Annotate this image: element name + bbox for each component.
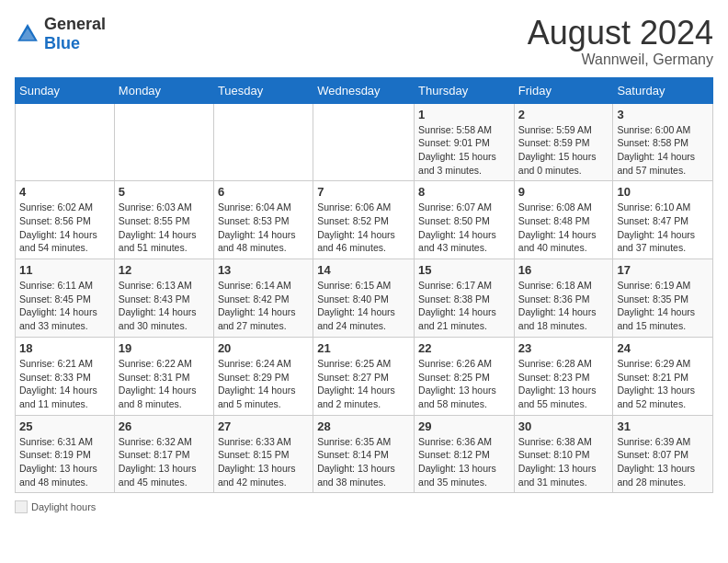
day-info: Sunrise: 6:10 AM Sunset: 8:47 PM Dayligh… bbox=[617, 201, 709, 255]
title-block: August 2024 Wannweil, Germany bbox=[528, 15, 713, 68]
day-number: 12 bbox=[119, 263, 210, 277]
calendar-cell: 14Sunrise: 6:15 AM Sunset: 8:40 PM Dayli… bbox=[313, 259, 415, 338]
calendar-cell bbox=[114, 103, 213, 181]
calendar-cell: 30Sunrise: 6:38 AM Sunset: 8:10 PM Dayli… bbox=[514, 415, 613, 493]
day-info: Sunrise: 6:32 AM Sunset: 8:17 PM Dayligh… bbox=[119, 435, 210, 489]
calendar-cell: 10Sunrise: 6:10 AM Sunset: 8:47 PM Dayli… bbox=[613, 181, 713, 259]
weekday-header-cell: Saturday bbox=[613, 77, 713, 103]
day-info: Sunrise: 6:22 AM Sunset: 8:31 PM Dayligh… bbox=[119, 357, 210, 411]
calendar-week-row: 18Sunrise: 6:21 AM Sunset: 8:33 PM Dayli… bbox=[16, 337, 713, 415]
day-number: 16 bbox=[518, 263, 609, 277]
calendar-cell: 6Sunrise: 6:04 AM Sunset: 8:53 PM Daylig… bbox=[213, 181, 313, 259]
calendar-cell: 19Sunrise: 6:22 AM Sunset: 8:31 PM Dayli… bbox=[114, 337, 213, 415]
calendar-cell: 12Sunrise: 6:13 AM Sunset: 8:43 PM Dayli… bbox=[114, 259, 213, 338]
calendar-cell: 25Sunrise: 6:31 AM Sunset: 8:19 PM Dayli… bbox=[16, 415, 115, 493]
calendar-cell bbox=[213, 103, 313, 181]
weekday-header-cell: Wednesday bbox=[313, 77, 415, 103]
day-info: Sunrise: 6:17 AM Sunset: 8:38 PM Dayligh… bbox=[418, 279, 510, 333]
day-info: Sunrise: 6:13 AM Sunset: 8:43 PM Dayligh… bbox=[119, 279, 210, 333]
calendar-cell: 1Sunrise: 5:58 AM Sunset: 9:01 PM Daylig… bbox=[415, 103, 515, 181]
day-number: 29 bbox=[418, 419, 510, 433]
day-number: 11 bbox=[19, 263, 110, 277]
calendar-cell: 23Sunrise: 6:28 AM Sunset: 8:23 PM Dayli… bbox=[514, 337, 613, 415]
day-info: Sunrise: 6:24 AM Sunset: 8:29 PM Dayligh… bbox=[218, 357, 309, 411]
day-number: 17 bbox=[617, 263, 709, 277]
calendar-cell: 21Sunrise: 6:25 AM Sunset: 8:27 PM Dayli… bbox=[313, 337, 415, 415]
calendar-body: 1Sunrise: 5:58 AM Sunset: 9:01 PM Daylig… bbox=[16, 103, 713, 493]
day-number: 18 bbox=[19, 341, 110, 355]
calendar-cell: 29Sunrise: 6:36 AM Sunset: 8:12 PM Dayli… bbox=[415, 415, 515, 493]
day-info: Sunrise: 6:03 AM Sunset: 8:55 PM Dayligh… bbox=[119, 201, 210, 255]
day-number: 7 bbox=[317, 185, 410, 199]
day-info: Sunrise: 6:25 AM Sunset: 8:27 PM Dayligh… bbox=[317, 357, 410, 411]
calendar-cell bbox=[313, 103, 415, 181]
calendar-cell: 22Sunrise: 6:26 AM Sunset: 8:25 PM Dayli… bbox=[415, 337, 515, 415]
day-info: Sunrise: 5:58 AM Sunset: 9:01 PM Dayligh… bbox=[418, 123, 510, 178]
day-info: Sunrise: 6:28 AM Sunset: 8:23 PM Dayligh… bbox=[518, 357, 609, 411]
calendar-cell: 31Sunrise: 6:39 AM Sunset: 8:07 PM Dayli… bbox=[613, 415, 713, 493]
day-info: Sunrise: 6:15 AM Sunset: 8:40 PM Dayligh… bbox=[317, 279, 410, 333]
day-info: Sunrise: 6:11 AM Sunset: 8:45 PM Dayligh… bbox=[19, 279, 110, 333]
day-info: Sunrise: 6:00 AM Sunset: 8:58 PM Dayligh… bbox=[617, 123, 709, 178]
calendar-week-row: 25Sunrise: 6:31 AM Sunset: 8:19 PM Dayli… bbox=[16, 415, 713, 493]
day-info: Sunrise: 6:21 AM Sunset: 8:33 PM Dayligh… bbox=[19, 357, 110, 411]
calendar-cell bbox=[16, 103, 115, 181]
day-info: Sunrise: 6:35 AM Sunset: 8:14 PM Dayligh… bbox=[317, 435, 410, 489]
day-number: 23 bbox=[518, 341, 609, 355]
day-number: 5 bbox=[119, 185, 210, 199]
weekday-header-cell: Tuesday bbox=[213, 77, 313, 103]
day-info: Sunrise: 6:39 AM Sunset: 8:07 PM Dayligh… bbox=[617, 435, 709, 489]
calendar-week-row: 1Sunrise: 5:58 AM Sunset: 9:01 PM Daylig… bbox=[16, 103, 713, 181]
weekday-header-cell: Monday bbox=[114, 77, 213, 103]
logo: General Blue bbox=[15, 15, 106, 53]
day-number: 26 bbox=[119, 419, 210, 433]
day-info: Sunrise: 6:14 AM Sunset: 8:42 PM Dayligh… bbox=[218, 279, 309, 333]
calendar-cell: 3Sunrise: 6:00 AM Sunset: 8:58 PM Daylig… bbox=[613, 103, 713, 181]
day-info: Sunrise: 6:02 AM Sunset: 8:56 PM Dayligh… bbox=[19, 201, 110, 255]
month-title: August 2024 bbox=[528, 15, 713, 52]
calendar-cell: 16Sunrise: 6:18 AM Sunset: 8:36 PM Dayli… bbox=[514, 259, 613, 338]
legend-label: Daylight hours bbox=[31, 501, 96, 512]
calendar-table: SundayMondayTuesdayWednesdayThursdayFrid… bbox=[15, 77, 713, 494]
calendar-cell: 9Sunrise: 6:08 AM Sunset: 8:48 PM Daylig… bbox=[514, 181, 613, 259]
calendar-cell: 13Sunrise: 6:14 AM Sunset: 8:42 PM Dayli… bbox=[213, 259, 313, 338]
day-number: 8 bbox=[418, 185, 510, 199]
weekday-header-cell: Sunday bbox=[16, 77, 115, 103]
calendar-cell: 18Sunrise: 6:21 AM Sunset: 8:33 PM Dayli… bbox=[16, 337, 115, 415]
day-number: 9 bbox=[518, 185, 609, 199]
footer-legend: Daylight hours bbox=[15, 500, 96, 513]
location-title: Wannweil, Germany bbox=[528, 52, 713, 68]
day-info: Sunrise: 6:07 AM Sunset: 8:50 PM Dayligh… bbox=[418, 201, 510, 255]
day-info: Sunrise: 6:06 AM Sunset: 8:52 PM Dayligh… bbox=[317, 201, 410, 255]
day-info: Sunrise: 6:04 AM Sunset: 8:53 PM Dayligh… bbox=[218, 201, 309, 255]
day-info: Sunrise: 6:26 AM Sunset: 8:25 PM Dayligh… bbox=[418, 357, 510, 411]
logo-blue: Blue bbox=[44, 34, 80, 52]
day-info: Sunrise: 6:38 AM Sunset: 8:10 PM Dayligh… bbox=[518, 435, 609, 489]
day-number: 24 bbox=[617, 341, 709, 355]
weekday-header-cell: Friday bbox=[514, 77, 613, 103]
day-info: Sunrise: 6:33 AM Sunset: 8:15 PM Dayligh… bbox=[218, 435, 309, 489]
calendar-cell: 2Sunrise: 5:59 AM Sunset: 8:59 PM Daylig… bbox=[514, 103, 613, 181]
weekday-header-cell: Thursday bbox=[415, 77, 515, 103]
day-info: Sunrise: 6:31 AM Sunset: 8:19 PM Dayligh… bbox=[19, 435, 110, 489]
day-number: 10 bbox=[617, 185, 709, 199]
calendar-cell: 11Sunrise: 6:11 AM Sunset: 8:45 PM Dayli… bbox=[16, 259, 115, 338]
calendar-cell: 5Sunrise: 6:03 AM Sunset: 8:55 PM Daylig… bbox=[114, 181, 213, 259]
logo-icon bbox=[15, 21, 40, 47]
day-number: 15 bbox=[418, 263, 510, 277]
day-info: Sunrise: 5:59 AM Sunset: 8:59 PM Dayligh… bbox=[518, 123, 609, 178]
day-number: 13 bbox=[218, 263, 309, 277]
calendar-week-row: 4Sunrise: 6:02 AM Sunset: 8:56 PM Daylig… bbox=[16, 181, 713, 259]
day-number: 4 bbox=[19, 185, 110, 199]
footer: Daylight hours bbox=[15, 500, 713, 513]
day-number: 21 bbox=[317, 341, 410, 355]
calendar-cell: 27Sunrise: 6:33 AM Sunset: 8:15 PM Dayli… bbox=[213, 415, 313, 493]
calendar-cell: 26Sunrise: 6:32 AM Sunset: 8:17 PM Dayli… bbox=[114, 415, 213, 493]
day-number: 27 bbox=[218, 419, 309, 433]
weekday-header-row: SundayMondayTuesdayWednesdayThursdayFrid… bbox=[16, 77, 713, 103]
calendar-cell: 24Sunrise: 6:29 AM Sunset: 8:21 PM Dayli… bbox=[613, 337, 713, 415]
calendar-cell: 8Sunrise: 6:07 AM Sunset: 8:50 PM Daylig… bbox=[415, 181, 515, 259]
day-number: 25 bbox=[19, 419, 110, 433]
calendar-cell: 7Sunrise: 6:06 AM Sunset: 8:52 PM Daylig… bbox=[313, 181, 415, 259]
legend-box bbox=[15, 500, 28, 513]
